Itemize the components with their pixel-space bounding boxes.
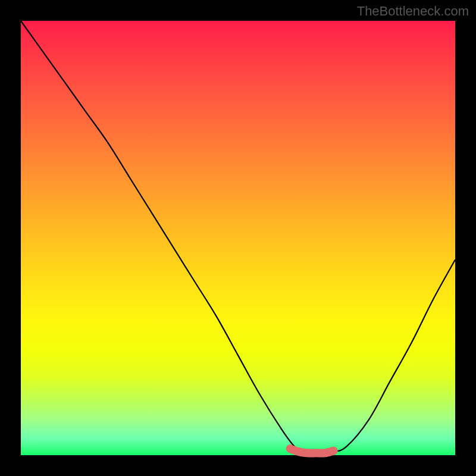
optimal-marker [290, 449, 334, 453]
bottleneck-curve [21, 21, 455, 455]
chart-area [21, 21, 455, 455]
watermark: TheBottleneck.com [357, 4, 469, 19]
curve-path [21, 21, 455, 453]
